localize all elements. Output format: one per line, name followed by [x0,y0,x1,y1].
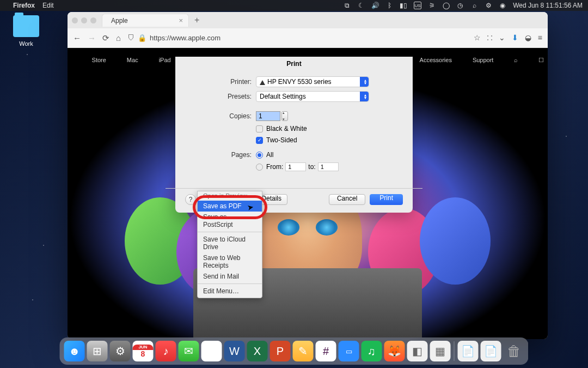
bookmark-star-icon[interactable]: ☆ [474,33,481,43]
extensions-icon[interactable]: ⸬ [487,33,492,43]
menu-save-icloud[interactable]: Save to iCloud Drive [198,234,262,252]
dock-powerpoint[interactable]: P [270,341,291,361]
dock-launchpad[interactable]: ⊞ [87,341,108,361]
pages-range-radio[interactable] [256,164,263,171]
dock-file-1[interactable]: 📄 [458,341,479,361]
folder-icon [13,15,39,37]
window-close-button[interactable] [72,17,78,23]
account-icon[interactable]: ◒ [525,33,531,43]
siri-icon[interactable]: ◉ [499,2,506,9]
macos-menubar: Firefox Edit ⧉ ☾ 🔊 ᛒ ▮▯ US ⚞ ◯ ◷ ⌕ ⚙ ◉ W… [0,0,588,11]
shield-icon[interactable]: ⛉ [127,34,134,42]
menu-edit[interactable]: Edit Menu… [198,286,262,297]
to-input[interactable] [318,162,339,171]
cancel-button[interactable]: Cancel [329,194,365,205]
bluetooth-icon[interactable]: ᛒ [385,2,393,9]
menu-edit[interactable]: Edit [42,2,54,9]
nav-accessories[interactable]: Accessories [420,57,452,63]
browser-toolbar: ← → ⟳ ⌂ ⛉ 🔒 https://www.apple.com ☆ ⸬ ⌄ … [68,28,548,48]
bw-checkbox[interactable] [256,125,263,132]
menu-save-web[interactable]: Save to Web Receipts [198,252,262,271]
volume-icon[interactable]: 🔊 [371,2,379,9]
dock-settings[interactable]: ⚙ [110,341,131,361]
dock-word[interactable]: W [224,341,245,361]
battery-icon[interactable]: ▮▯ [400,2,407,9]
nav-store[interactable]: Store [92,57,106,63]
downloads-icon[interactable]: ⬇ [512,33,518,43]
home-button[interactable]: ⌂ [116,33,121,43]
cursor-icon: ➤ [247,202,255,212]
dock-excel[interactable]: X [247,341,268,361]
folder-label: Work [10,40,42,47]
nav-ipad[interactable]: iPad [159,57,171,63]
dock-chrome[interactable]: ◉ [201,341,222,361]
input-source-icon[interactable]: US [414,2,421,9]
do-not-disturb-icon[interactable]: ☾ [357,2,365,9]
copies-label: Copies: [185,112,256,120]
active-app-name[interactable]: Firefox [13,2,35,9]
dock-messages[interactable]: ✉ [179,341,199,361]
presets-select[interactable]: Default Settings ▴▾ [256,91,369,102]
to-label: to: [308,163,315,171]
dock-spotify[interactable]: ♫ [362,341,382,361]
control-center-icon[interactable]: ⚙ [485,2,492,9]
window-minimize-button[interactable] [81,17,87,23]
spotlight-icon[interactable]: ⌕ [470,2,478,9]
pages-all-radio[interactable] [256,152,263,159]
menu-open-preview[interactable]: Open in Preview [198,192,262,201]
printer-value: HP ENVY 5530 series [267,78,332,86]
dock-notes[interactable]: ✎ [293,341,314,361]
new-tab-button[interactable]: + [194,15,199,25]
dialog-title: Print [175,57,413,71]
printer-label: Printer: [185,78,256,86]
window-maximize-button[interactable] [90,17,96,23]
print-dialog: Print Printer: HP ENVY 5530 series ▴▾ Pr… [175,57,413,213]
reload-button[interactable]: ⟳ [102,33,109,43]
copies-stepper[interactable] [281,111,288,121]
wifi-icon[interactable]: ⚞ [428,2,436,9]
printer-select[interactable]: HP ENVY 5530 series ▴▾ [256,76,369,87]
warning-icon [260,80,265,85]
dock-music[interactable]: ♪ [156,341,176,361]
presets-label: Presets: [185,93,256,100]
dock-finder[interactable]: ☻ [64,341,85,361]
clock-icon[interactable]: ◷ [456,2,464,9]
dock-trash[interactable]: 🗑 [504,341,524,361]
tab-close-icon[interactable]: × [179,16,183,25]
copies-input[interactable] [256,111,280,121]
dock-calendar[interactable]: JUN8 [133,341,154,361]
back-button[interactable]: ← [73,33,81,43]
menu-separator [198,283,262,284]
menu-save-postscript[interactable]: Save as PostScript [198,212,262,230]
menu-separator [198,232,262,232]
tab-bar: Apple × + [68,12,548,28]
desktop-folder-work[interactable]: Work [10,15,42,47]
menu-icon[interactable]: ≡ [538,33,542,43]
dock-app-1[interactable]: ◧ [407,341,428,361]
dock-zoom[interactable]: ▭ [339,341,359,361]
user-icon[interactable]: ◯ [442,2,450,9]
nav-support[interactable]: Support [473,57,494,63]
menubar-datetime[interactable]: Wed Jun 8 11:51:56 AM [513,2,583,9]
lock-icon[interactable]: 🔒 [138,34,146,42]
help-button[interactable]: ? [185,194,196,205]
from-label: From: [266,163,283,171]
dock-file-2[interactable]: 📄 [481,341,501,361]
pages-label: Pages: [185,151,256,159]
nav-mac[interactable]: Mac [127,57,138,63]
dropbox-icon[interactable]: ⧉ [343,2,351,9]
from-input[interactable] [285,162,306,171]
dock-app-2[interactable]: ▦ [430,341,451,361]
menu-send-mail[interactable]: Send in Mail [198,271,262,282]
twosided-checkbox[interactable]: ✓ [256,137,263,144]
search-icon[interactable]: ⌕ [514,57,518,63]
dock-firefox[interactable]: 🦊 [384,341,405,361]
bag-icon[interactable]: ☐ [538,57,544,64]
url-bar[interactable]: ⛉ 🔒 https://www.apple.com [127,34,467,42]
dock-slack[interactable]: # [316,341,336,361]
pocket-icon[interactable]: ⌄ [499,33,505,43]
forward-button[interactable]: → [88,33,96,43]
print-button[interactable]: Print [370,194,403,205]
presets-value: Default Settings [260,93,306,100]
browser-tab-apple[interactable]: Apple × [102,14,189,27]
